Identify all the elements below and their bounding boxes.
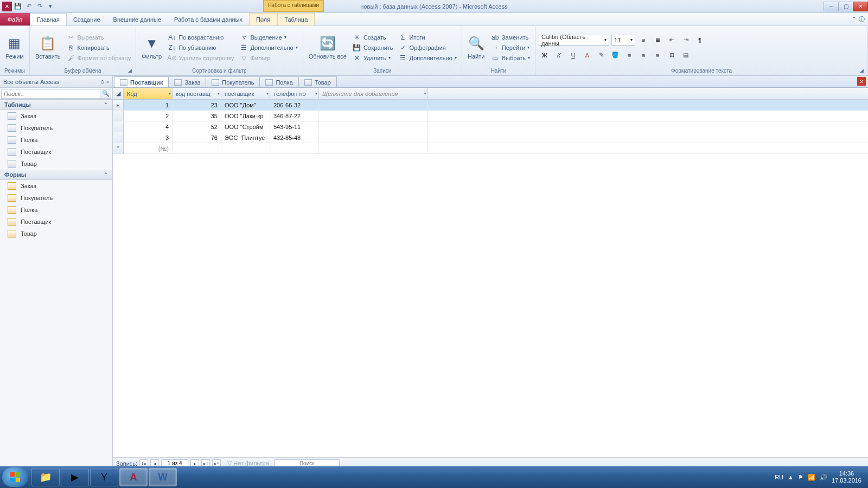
dialog-launcher-icon[interactable]: ◢ — [128, 68, 135, 74]
save-label: Сохранить — [363, 44, 393, 51]
binoculars-icon: 🔍 — [468, 35, 485, 52]
window-controls: ─ ▢ ✕ — [824, 2, 868, 11]
menu-tab-4[interactable]: Поля — [249, 13, 277, 25]
more-icon: ☰ — [399, 54, 407, 62]
select-icon: ▭ — [491, 54, 500, 62]
save-icon: 💾 — [353, 43, 361, 52]
sort-desc-icon: Z↓ — [168, 43, 176, 52]
bold-button[interactable]: Ж — [539, 50, 551, 61]
view-mode-label: Режим — [5, 53, 24, 60]
italic-button[interactable]: К — [553, 50, 565, 61]
asc-label: По возрастанию — [178, 34, 224, 41]
file-tab[interactable]: Файл — [0, 13, 30, 25]
help-icon[interactable]: ⓘ — [859, 15, 865, 23]
refresh-icon: 🔄 — [319, 35, 336, 52]
minimize-button[interactable]: ─ — [824, 2, 839, 11]
ribbon-group-format: Calibri (Область данны▾ 11▾ ≡ ≣ ⇤ ⇥ ¶ Ж … — [535, 26, 868, 75]
menu-tab-5[interactable]: Таблица — [277, 13, 315, 25]
advanced-filter-button[interactable]: ☰Дополнительно▾ — [238, 43, 299, 53]
selection-button[interactable]: ▿Выделение▾ — [238, 33, 299, 42]
undo-icon[interactable]: ↶ — [24, 2, 34, 11]
spell-label: Орфография — [410, 44, 446, 51]
funnel-icon: ▼ — [143, 35, 161, 52]
contextual-tab-label: Работа с таблицами — [263, 0, 324, 12]
title-bar: A 💾 ↶ ↷ ▾ Работа с таблицами новый : баз… — [0, 0, 868, 13]
grid-icon: ▦ — [6, 35, 23, 52]
goto-icon: → — [491, 43, 500, 52]
indent-dec-icon[interactable]: ⇤ — [666, 35, 678, 46]
group-label: Буфер обмена — [33, 68, 132, 74]
ribbon-group-sort: ▼Фильтр A↓По возрастанию Z↓По убыванию A… — [136, 26, 303, 75]
bullets-icon[interactable]: ≡ — [637, 35, 649, 46]
desc-label: По убыванию — [178, 44, 216, 51]
menu-tab-1[interactable]: Создание — [67, 13, 107, 25]
gridlines-icon[interactable]: ⊞ — [666, 50, 678, 61]
find-button[interactable]: 🔍Найти — [465, 34, 487, 61]
copy-button[interactable]: ⎘Копировать — [65, 43, 133, 53]
sort-asc-button[interactable]: A↓По возрастанию — [166, 33, 235, 42]
sort-desc-button[interactable]: Z↓По убыванию — [166, 43, 235, 53]
underline-button[interactable]: Ч — [567, 50, 579, 61]
goto-button[interactable]: →Перейти▾ — [489, 43, 532, 53]
adv-label: Дополнительно — [251, 44, 293, 51]
alt-row-color-icon[interactable]: ▤ — [680, 50, 692, 61]
del-label: Удалить — [363, 55, 386, 61]
delete-icon: ✕ — [353, 54, 361, 62]
scissors-icon: ✂ — [67, 33, 75, 42]
font-size-combo[interactable]: 11▾ — [611, 35, 635, 46]
repl-label: Заменить — [502, 34, 528, 41]
refresh-button[interactable]: 🔄Обновить все — [307, 34, 349, 61]
find-label: Найти — [468, 53, 484, 60]
save-icon[interactable]: 💾 — [13, 2, 23, 11]
font-color-icon[interactable]: A — [581, 50, 593, 61]
select-button[interactable]: ▭Выбрать▾ — [489, 53, 532, 63]
ribbon-group-clipboard: 📋Вставить ✂Вырезать ⎘Копировать 🖌Формат … — [30, 26, 136, 75]
toggle-filter-button[interactable]: ▽Фильтр — [238, 53, 299, 63]
replace-button[interactable]: abЗаменить — [489, 33, 532, 42]
text-direction-icon[interactable]: ¶ — [694, 35, 706, 46]
menu-tab-0[interactable]: Главная — [30, 13, 67, 25]
copy-icon: ⎘ — [67, 43, 75, 52]
more-records-button[interactable]: ☰Дополнительно▾ — [397, 53, 458, 63]
sort-asc-icon: A↓ — [168, 33, 176, 42]
align-center-icon[interactable]: ≡ — [637, 50, 649, 61]
save-record-button[interactable]: 💾Сохранить — [351, 43, 395, 53]
new-icon: ✳ — [353, 33, 361, 42]
menu-tab-2[interactable]: Внешние данные — [107, 13, 168, 25]
maximize-button[interactable]: ▢ — [838, 2, 853, 11]
dialog-launcher-icon[interactable]: ◢ — [860, 68, 866, 74]
replace-icon: ab — [491, 33, 500, 42]
new-record-button[interactable]: ✳Создать — [351, 33, 395, 42]
ribbon-right-controls: ⌃ ⓘ — [852, 13, 868, 25]
minimize-ribbon-icon[interactable]: ⌃ — [852, 16, 857, 23]
spell-icon: ✓ — [399, 43, 407, 52]
group-label: Записи — [307, 68, 458, 74]
view-mode-button[interactable]: ▦Режим — [3, 34, 26, 61]
refresh-label: Обновить все — [309, 53, 347, 60]
cut-button[interactable]: ✂Вырезать — [65, 33, 133, 42]
format-painter-button[interactable]: 🖌Формат по образцу — [65, 53, 133, 63]
qat-dropdown-icon[interactable]: ▾ — [46, 2, 55, 11]
totals-button[interactable]: ΣИтоги — [397, 33, 458, 42]
ribbon-group-find: 🔍Найти abЗаменить →Перейти▾ ▭Выбрать▾ На… — [462, 26, 535, 75]
font-family-combo[interactable]: Calibri (Область данны▾ — [539, 35, 609, 46]
filter-button[interactable]: ▼Фильтр — [139, 34, 164, 61]
font-size: 11 — [614, 37, 621, 43]
align-left-icon[interactable]: ≡ — [623, 50, 635, 61]
delete-record-button[interactable]: ✕Удалить▾ — [351, 53, 395, 63]
ribbon: ▦Режим Режимы 📋Вставить ✂Вырезать ⎘Копир… — [0, 26, 868, 76]
spelling-button[interactable]: ✓Орфография — [397, 43, 458, 53]
paste-button[interactable]: 📋Вставить — [33, 34, 63, 61]
numbering-icon[interactable]: ≣ — [652, 35, 663, 46]
close-button[interactable]: ✕ — [853, 2, 868, 11]
highlight-icon[interactable]: ✎ — [595, 50, 607, 61]
group-label: Найти — [465, 68, 532, 74]
redo-icon[interactable]: ↷ — [35, 2, 44, 11]
menu-tab-3[interactable]: Работа с базами данных — [168, 13, 249, 25]
brush-icon: 🖌 — [67, 54, 75, 62]
align-right-icon[interactable]: ≡ — [652, 50, 663, 61]
fill-color-icon[interactable]: 🪣 — [609, 50, 621, 61]
group-label: Сортировка и фильтр — [139, 68, 299, 74]
clear-sort-button[interactable]: A⊘Удалить сортировку — [166, 53, 235, 63]
indent-inc-icon[interactable]: ⇥ — [680, 35, 692, 46]
